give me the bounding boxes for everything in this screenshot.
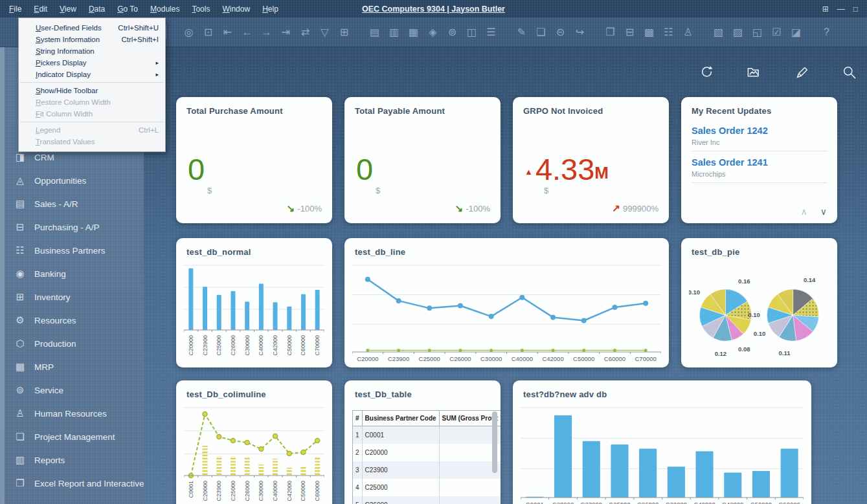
maximize-icon[interactable]: □ — [853, 5, 858, 13]
kpi-value: 0 — [188, 154, 205, 184]
menu-file[interactable]: File — [9, 5, 21, 14]
calendar-icon[interactable]: ▧ — [710, 24, 726, 40]
volume-weight-icon[interactable]: ◫ — [464, 24, 480, 40]
scroll-down-icon[interactable]: ∨ — [820, 206, 827, 217]
sidebar-item-mrp[interactable]: ▦MRP — [5, 355, 144, 378]
first-record-icon[interactable]: ⇤ — [220, 24, 236, 40]
view-menu-item-system-information[interactable]: System InformationCtrl+Shift+I — [19, 34, 165, 45]
sidebar-item-service[interactable]: ⊚Service — [5, 378, 144, 402]
menu-item-shortcut: Ctrl+L — [139, 126, 159, 134]
menu-window[interactable]: Window — [222, 5, 250, 14]
org-chart-icon[interactable]: ▨ — [730, 24, 746, 40]
document-info-icon[interactable]: ❐ — [602, 24, 618, 40]
menu-data[interactable]: Data — [89, 5, 105, 14]
edit-document-icon[interactable]: ✎ — [513, 24, 530, 40]
menu-view[interactable]: View — [60, 5, 76, 14]
sidebar-item-opportunities[interactable]: ◬Opportunities — [5, 169, 144, 192]
sidebar-item-purchasing-a-p[interactable]: ⊟Purchasing - A/P — [5, 215, 144, 239]
menu-tools[interactable]: Tools — [192, 5, 210, 14]
view-menu-item-pickers-display[interactable]: Pickers Display▸ — [19, 57, 165, 69]
svg-text:0.11: 0.11 — [779, 349, 791, 356]
base-document-icon[interactable]: ▦ — [405, 24, 422, 40]
users-icon[interactable]: ☷ — [660, 24, 677, 40]
payment-icon[interactable]: ⊚ — [444, 24, 460, 40]
forward-icon[interactable]: ↪ — [572, 24, 588, 40]
svg-text:0.14: 0.14 — [804, 276, 816, 283]
find-icon[interactable]: ◎ — [181, 24, 197, 40]
kpi-title: Total Purchase Amount — [186, 106, 322, 116]
chart-title: test_db_pie — [692, 247, 827, 257]
sidebar-item-banking[interactable]: ◉Banking — [5, 262, 144, 285]
sidebar-item-reports[interactable]: ▥Reports — [5, 448, 144, 472]
previous-record-icon[interactable]: ← — [239, 24, 255, 40]
refresh-icon[interactable] — [699, 65, 713, 82]
minimize-icon[interactable]: — — [837, 5, 845, 13]
sidebar-item-resources[interactable]: ⚙Resources — [5, 309, 144, 332]
chart-test-db-pie: 0.160.100.080.120.100.140.110.10 — [689, 263, 829, 364]
layout-grid-icon[interactable]: ⊞ — [822, 5, 829, 13]
sidebar-item-label: Excel Report and Interactive A — [34, 479, 144, 488]
view-menu-item-user-defined-fields[interactable]: User-Defined FieldsCtrl+Shift+U — [19, 22, 165, 34]
gallery-icon[interactable] — [747, 65, 761, 82]
menu-item-label: Show/Hide Toolbar — [36, 87, 159, 94]
last-record-icon[interactable]: ⇥ — [278, 24, 294, 40]
form-display-icon[interactable]: ⊡ — [200, 24, 216, 40]
company-user-title[interactable]: OEC Computers 9304 | Jayson Butler — [362, 5, 505, 14]
table-cell — [439, 479, 501, 496]
calendar-alert-icon[interactable]: ◪ — [788, 24, 804, 40]
document-link[interactable]: Sales Order 1242 — [692, 126, 827, 136]
sidebar-item-production[interactable]: ⬡Production — [5, 332, 144, 355]
view-menu-item-string-information[interactable]: String Information — [19, 45, 165, 57]
sidebar-item-inventory[interactable]: ⊞Inventory — [5, 285, 144, 309]
svg-text:C40000: C40000 — [272, 481, 278, 501]
sidebar-item-sales-a-r[interactable]: ▤Sales - A/R — [5, 192, 144, 215]
edit-icon[interactable] — [794, 65, 809, 82]
next-record-icon[interactable]: → — [258, 24, 275, 40]
sort-icon[interactable]: ⊞ — [336, 24, 352, 40]
sidebar-item-project-management[interactable]: ❏Project Management — [5, 425, 144, 448]
svg-text:C0001: C0001 — [526, 501, 544, 504]
chart-title: test?db?new adv db — [523, 389, 801, 399]
messages-icon[interactable]: ⊝ — [552, 24, 569, 40]
target-document-icon[interactable]: ◈ — [425, 24, 441, 40]
menu-edit[interactable]: Edit — [34, 5, 47, 14]
filter-icon[interactable]: ▽ — [317, 24, 333, 40]
sidebar-item-excel-report-and-interactive-a[interactable]: ❐Excel Report and Interactive A — [5, 472, 144, 495]
chart-title: test_db_line — [355, 247, 659, 257]
svg-text:C23900: C23900 — [216, 481, 222, 501]
document-link[interactable]: Sales Order 1241 — [692, 157, 827, 168]
titlebar: FileEditViewDataGo ToModulesToolsWindowH… — [0, 0, 867, 17]
human-resources-icon: ♙ — [13, 408, 27, 419]
sidebar-item-business-partners[interactable]: ☷Business Partners — [5, 239, 144, 262]
dashboard-actions — [699, 65, 857, 82]
menu-help[interactable]: Help — [262, 5, 278, 14]
gross-profit-icon[interactable]: ▥ — [386, 24, 402, 40]
scroll-up-icon[interactable]: ∧ — [801, 206, 807, 217]
documents-icon[interactable]: ❏ — [533, 24, 549, 40]
calendar-info-icon[interactable]: ⊟ — [622, 24, 638, 40]
refresh-record-icon[interactable]: ⇄ — [297, 24, 313, 40]
checklist-icon[interactable]: ☑ — [769, 24, 785, 40]
table-cell: 5 — [353, 496, 363, 504]
share-icon[interactable]: ◱ — [749, 24, 765, 40]
vertical-scrollbar[interactable] — [492, 411, 497, 473]
kpi-trend: ↘-100% — [455, 203, 490, 214]
form-settings-icon[interactable]: ☰ — [483, 24, 499, 40]
menu-go-to[interactable]: Go To — [117, 5, 138, 14]
trend-value: -100% — [466, 204, 490, 214]
sidebar-item-human-resources[interactable]: ♙Human Resources — [5, 402, 144, 425]
view-menu-item-show-hide-toolbar[interactable]: Show/Hide Toolbar — [19, 85, 165, 96]
menu-modules[interactable]: Modules — [150, 5, 179, 14]
print-layout-icon[interactable]: ▩ — [641, 24, 657, 40]
business-partners-icon: ☷ — [13, 245, 27, 256]
user-icon[interactable]: ♙ — [680, 24, 696, 40]
business-partner-name: Microchips — [692, 170, 827, 178]
payment-means-icon[interactable]: ▤ — [366, 24, 383, 40]
menu-item-label: Legend — [36, 126, 131, 134]
help-icon[interactable]: ? — [818, 24, 835, 40]
svg-text:C40000: C40000 — [258, 335, 264, 356]
svg-text:C25000: C25000 — [609, 501, 630, 504]
svg-text:C50000: C50000 — [286, 335, 293, 356]
search-icon[interactable] — [842, 65, 857, 82]
view-menu-item-indicator-display[interactable]: Indicator Display▸ — [19, 69, 165, 80]
